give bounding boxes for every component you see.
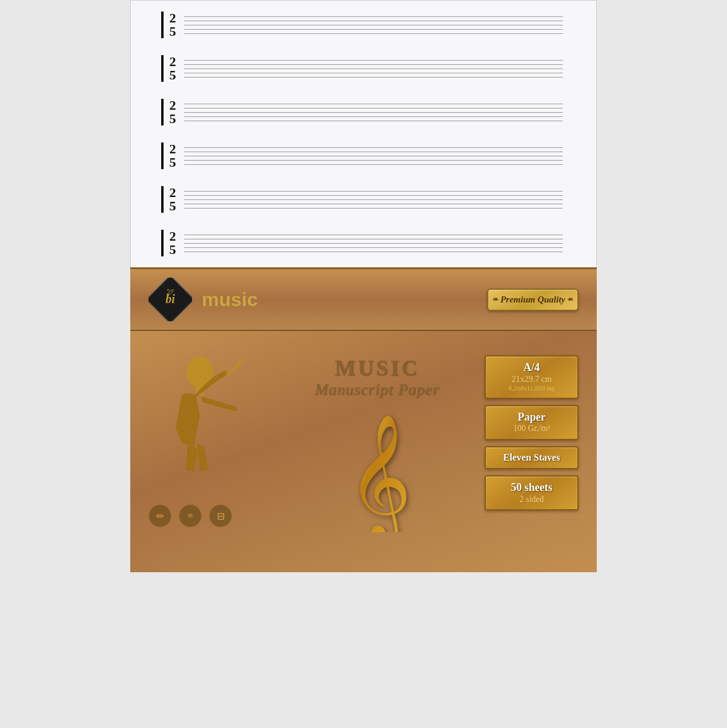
spec-size-label: A/4 [494,361,569,375]
conductor-figure [148,349,270,495]
spec-staves-label: Eleven Staves [494,452,569,463]
brand-bar: bi 🕊 music Premium Quality [130,267,597,330]
svg-line-5 [227,361,242,375]
manuscript-title: MUSIC Manuscript Paper [315,355,440,399]
treble-clef-symbol: 𝄞 [341,411,414,535]
spec-box-sheets: 50 sheets 2 sided [485,475,579,510]
staff-group-2: 2 5 [131,55,596,82]
small-icon-pages: ≡ [179,504,202,527]
staff-lines-4 [184,145,563,167]
time-signature-3: 2 5 [166,99,179,125]
time-signature-1: 2 5 [166,12,179,38]
spec-box-paper: Paper 100 Gr./m² [485,405,579,440]
specs-panel: A/4 21x29.7 cm 8,268x11,693 inç Paper 10… [485,349,579,510]
small-icons-row: ✏ ≡ ⊟ [148,504,232,527]
staff-lines-2 [184,58,563,80]
brand-music-text: music [202,289,257,311]
spec-size-inch: 8,268x11,693 inç [494,384,569,392]
svg-text:🕊: 🕊 [167,287,174,296]
barline [161,12,164,38]
spec-sheets-label: 50 sheets [494,481,569,495]
spec-sheets-sided: 2 sided [494,495,569,505]
time-signature-4: 2 5 [166,142,179,169]
bi-diamond-svg: bi 🕊 [148,278,192,321]
staff-group-5: 2 5 [131,186,596,213]
brand-logo: bi 🕊 music [148,278,257,321]
staff-group-4: 2 5 [131,142,596,169]
small-icon-pen: ✏ [148,504,171,527]
time-signature-6: 2 5 [166,230,179,256]
staff-group-1: 2 5 [131,12,596,38]
treble-clef-svg: 𝄞 [341,411,414,532]
cover-section: ✏ ≡ ⊟ MUSIC Manuscript Paper [130,330,597,572]
title-music: MUSIC [315,355,440,381]
conductor-area: ✏ ≡ ⊟ [148,349,270,527]
title-manuscript: Manuscript Paper [315,381,440,399]
conductor-svg [148,349,270,495]
spec-paper-weight: 100 Gr./m² [494,424,569,434]
small-icon-grid: ⊟ [209,504,232,527]
staff-lines-1 [184,14,563,36]
notebook-container: 2 5 2 5 [130,0,597,572]
staff-lines-6 [184,232,563,255]
premium-quality-label: Premium Quality [500,295,565,304]
spec-paper-label: Paper [494,411,569,424]
spec-size-cm: 21x29.7 cm [494,375,569,385]
staff-group-3: 2 5 [131,99,596,125]
staff-lines-5 [184,189,563,211]
paper-section: 2 5 2 5 [130,0,597,267]
staff-lines-3 [184,101,563,124]
time-signature-5: 2 5 [166,186,179,213]
premium-quality-badge: Premium Quality [487,289,579,311]
center-area: MUSIC Manuscript Paper 𝄞 [282,349,473,535]
spec-box-staves: Eleven Staves [485,446,579,469]
staff-group-6: 2 5 [131,230,596,267]
spec-box-size: A/4 21x29.7 cm 8,268x11,693 inç [485,355,579,399]
svg-text:𝄞: 𝄞 [347,416,411,532]
time-signature-2: 2 5 [166,55,179,82]
